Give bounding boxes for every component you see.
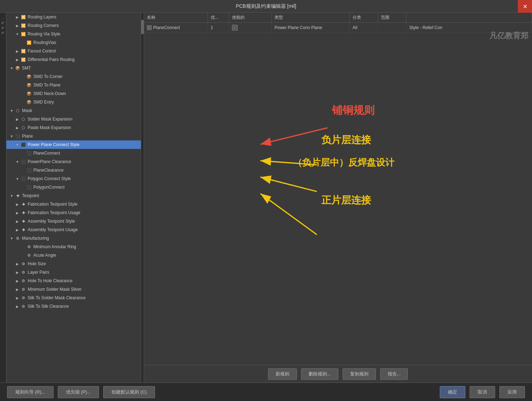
rule-wizard-button[interactable]: 规则向导 (R)... [7,386,54,398]
tree-icon-fab-testpoint-style: ✚ [21,201,26,207]
tree-item-asm-testpoint-usage[interactable]: ✚Assembly Testpoint Usage [6,225,141,234]
confirm-button[interactable]: 确定 [440,386,465,398]
tree-label-smd-neck-down: SMD Neck-Down [33,91,66,96]
tree-label-polygon-connect: PolygonConnect [33,185,65,190]
footer-bar: 规则向导 (R)... 优先级 (P)... 创建默认规则 (C) 确定 取消 … [0,383,532,401]
cell-type: Power Plane Conn Plane [272,23,350,32]
rule-tree: 🔀Routing Layers🔀Routing Corners🔀Routing … [6,13,141,383]
tree-arrow-power-plane-clearance [15,159,20,164]
tree-item-fab-testpoint-usage[interactable]: ✚Fabrication Testpoint Usage [6,208,141,217]
svg-line-4 [260,128,327,144]
svg-line-7 [260,194,317,235]
tree-label-fab-testpoint-usage: Fabrication Testpoint Usage [28,210,81,215]
tree-item-plane-clearance[interactable]: ⬛PlaneClearance [6,166,141,174]
apply-button[interactable]: 应用 [499,386,525,398]
tree-item-silk-to-solder[interactable]: ⚙Silk To Solder Mask Clearance [6,294,141,302]
left-sidebar: … 0° 0° 0° [0,13,6,383]
tree-label-hole-to-hole: Hole To Hole Clearance [28,278,73,283]
tree-item-smd-entry[interactable]: 📦SMD Entry [6,98,141,106]
tree-item-smt[interactable]: 📦SMT [6,64,141,72]
tree-item-routing-corners[interactable]: 🔀Routing Corners [6,21,141,30]
close-button[interactable]: ✕ [518,0,532,13]
tree-arrow-fanout-control [15,49,20,54]
tree-label-smd-to-corner: SMD To Corner [33,74,62,79]
enabled-checkbox[interactable] [232,25,238,30]
tree-icon-solder-mask: ⬡ [21,116,26,122]
report-button[interactable]: 报告... [380,368,408,380]
tree-icon-polygon-connect-style: ⬛ [21,176,26,182]
tree-item-power-plane-clearance[interactable]: ⬛PowerPlane Clearance [6,157,141,166]
tree-icon-asm-testpoint-style: ✚ [21,218,26,224]
tree-item-polygon-connect[interactable]: ⬛PolygonConnect [6,183,141,191]
tree-item-min-solder-mask[interactable]: ⚙Minimum Solder Mask Sliver [6,285,141,294]
tree-arrow-hole-to-hole [15,278,20,283]
tree-label-min-annular: Minimum Annular Ring [33,244,76,249]
tree-arrow-plane [9,134,14,139]
cancel-button[interactable]: 取消 [470,386,495,398]
tree-item-smd-to-plane[interactable]: 📦SMD To Plane [6,81,141,89]
tree-label-mask: Mask [22,108,32,113]
tree-item-solder-mask[interactable]: ⬡Solder Mask Expansion [6,115,141,123]
tree-item-differential-pairs[interactable]: 🔀Differential Pairs Routing [6,55,141,64]
tree-label-fanout-control: Fanout Control [28,49,56,54]
table-row[interactable]: PlaneConnect 1 Power Plane Conn Plane Al… [144,23,532,33]
tree-icon-hole-size: ⚙ [21,261,26,267]
cell-scope [378,23,406,32]
col-header-priority: 优... [208,13,229,22]
tree-arrow-asm-testpoint-usage [15,227,20,232]
tree-item-asm-testpoint-style[interactable]: ✚Assembly Testpoint Style [6,217,141,225]
tree-icon-routing-via-style: 🔀 [21,31,26,37]
tree-arrow-routing-layers [15,15,20,20]
tree-item-smd-to-corner[interactable]: 📦SMD To Corner [6,72,141,81]
tree-item-polygon-connect-style[interactable]: ⬛Polygon Connect Style [6,174,141,183]
tree-item-routing-layers[interactable]: 🔀Routing Layers [6,13,141,21]
tree-label-power-plane-clearance: PowerPlane Clearance [28,159,71,164]
tree-item-plane[interactable]: ⬛Plane [6,132,141,140]
tree-arrow-manufacturing [9,236,14,241]
tree-item-min-annular[interactable]: ⚙Minimum Annular Ring [6,243,141,251]
tree-item-acute-angle[interactable]: ⚙Acute Angle [6,251,141,260]
tree-arrow-routing-via-style [15,32,20,37]
tree-item-hole-size[interactable]: ⚙Hole Size [6,260,141,268]
tree-icon-smd-neck-down: 📦 [26,91,32,96]
tree-item-hole-to-hole[interactable]: ⚙Hole To Hole Clearance [6,277,141,285]
tree-label-differential-pairs: Differential Pairs Routing [28,57,75,62]
tree-icon-polygon-connect: ⬛ [26,184,32,190]
priority-button[interactable]: 优先级 (P)... [58,386,99,398]
new-rule-button[interactable]: 新规则 [268,368,297,380]
annotation-copper-rule: 铺铜规则 [332,103,375,118]
tree-label-hole-size: Hole Size [28,261,46,266]
tree-item-routing-vias[interactable]: 🔀RoutingVias [6,38,141,47]
tree-label-fab-testpoint-style: Fabrication Testpoint Style [28,202,78,207]
tree-item-smd-neck-down[interactable]: 📦SMD Neck-Down [6,89,141,98]
tree-icon-manufacturing: ⚙ [15,235,21,241]
tree-item-silk-to-silk[interactable]: ⚙Silk To Silk Clearance [6,302,141,311]
tree-label-power-plane-connect: Power Plane Connect Style [28,142,79,147]
create-default-button[interactable]: 创建默认规则 (C) [103,386,155,398]
tree-item-power-plane-connect[interactable]: ⬛Power Plane Connect Style [6,140,141,149]
copy-rule-button[interactable]: 复制规则 [343,368,376,380]
table-header: 名称 优... 使能的 类型 分类 范围 [144,13,532,23]
tree-item-fab-testpoint-style[interactable]: ✚Fabrication Testpoint Style [6,200,141,208]
col-header-attrs [406,13,532,22]
col-header-scope: 范围 [378,13,406,22]
tree-icon-smt: 📦 [15,65,21,71]
tree-item-fanout-control[interactable]: 🔀Fanout Control [6,47,141,55]
tree-arrow-differential-pairs [15,57,20,62]
tree-icon-power-plane-clearance: ⬛ [21,159,26,165]
tree-item-manufacturing[interactable]: ⚙Manufacturing [6,234,141,243]
tree-item-mask[interactable]: ⬡Mask [6,106,141,115]
tree-label-routing-via-style: Routing Via Style [28,32,60,37]
cell-enabled[interactable] [229,23,272,32]
tree-icon-plane-connect: ⬛ [26,150,32,156]
delete-rule-button[interactable]: 删除规则... [301,368,338,380]
tree-item-paste-mask[interactable]: ⬡Paste Mask Expansion [6,123,141,132]
tree-item-testpoint[interactable]: ✚Testpoint [6,191,141,200]
tree-icon-testpoint: ✚ [15,193,21,199]
tree-item-plane-connect[interactable]: ⬛PlaneConnect [6,149,141,157]
tree-label-min-solder-mask: Minimum Solder Mask Sliver [28,287,82,292]
tree-icon-routing-corners: 🔀 [21,23,26,28]
tree-item-layer-pairs[interactable]: ⚙Layer Pairs [6,268,141,277]
cell-name: PlaneConnect [144,23,208,32]
tree-item-routing-via-style[interactable]: 🔀Routing Via Style [6,30,141,38]
